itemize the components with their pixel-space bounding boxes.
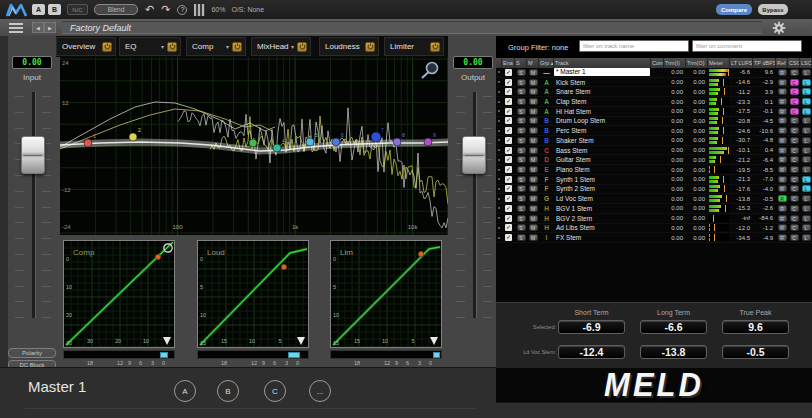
eq-band-6-handle[interactable]: [332, 138, 340, 146]
track-name[interactable]: Kick Stem: [554, 79, 585, 86]
eq-band-7-handle[interactable]: [371, 132, 381, 142]
table-row[interactable]: ✓SMASnare Stem0.000.00-11.23.9RCL: [496, 87, 812, 97]
ref-button[interactable]: R: [778, 156, 787, 163]
lsc-button[interactable]: L: [802, 234, 811, 241]
ref-button[interactable]: R: [778, 127, 787, 134]
solo-button[interactable]: S: [517, 69, 526, 76]
track-name[interactable]: Perc Stem: [554, 127, 586, 134]
csc-button[interactable]: C: [790, 98, 799, 105]
undo-icon[interactable]: ↶: [145, 4, 154, 15]
solo-button[interactable]: S: [517, 176, 526, 183]
oversampling-label[interactable]: O/S: None: [231, 6, 264, 13]
input-fader-handle[interactable]: [21, 136, 45, 174]
track-name[interactable]: Synth 1 Stem: [554, 176, 595, 183]
lsc-button[interactable]: L: [802, 176, 811, 183]
ref-button[interactable]: R: [778, 215, 787, 222]
lsc-button[interactable]: L: [802, 185, 811, 192]
solo-button[interactable]: S: [517, 147, 526, 154]
help-icon[interactable]: ?: [177, 5, 187, 15]
enable-checkbox[interactable]: ✓: [505, 108, 512, 115]
ref-button[interactable]: R: [778, 166, 787, 173]
solo-button[interactable]: S: [517, 108, 526, 115]
power-icon[interactable]: [167, 42, 177, 52]
snapshot-c-button[interactable]: C: [264, 380, 286, 402]
enable-checkbox[interactable]: ✓: [505, 234, 512, 241]
solo-button[interactable]: S: [517, 117, 526, 124]
mute-button[interactable]: M: [529, 147, 538, 154]
mute-button[interactable]: M: [529, 224, 538, 231]
csc-button[interactable]: C: [790, 205, 799, 212]
power-icon[interactable]: [297, 42, 307, 52]
ref-button[interactable]: R: [778, 176, 787, 183]
mute-button[interactable]: M: [529, 195, 538, 202]
group-filter-label[interactable]: Group Filter: none: [508, 43, 568, 52]
enable-checkbox[interactable]: ✓: [505, 127, 512, 134]
chevron-down-icon[interactable]: ▾: [161, 43, 164, 50]
track-name[interactable]: Hi Hat Stem: [554, 108, 591, 115]
prev-preset-button[interactable]: ◀: [32, 22, 44, 33]
solo-button[interactable]: S: [517, 137, 526, 144]
table-row[interactable]: ✓SM—* Master 10.000.00-6.69.6RCL: [496, 68, 812, 78]
mute-button[interactable]: M: [529, 127, 538, 134]
enable-checkbox[interactable]: ✓: [505, 98, 512, 105]
ref-button[interactable]: R: [778, 98, 787, 105]
enable-checkbox[interactable]: ✓: [505, 166, 512, 173]
ref-button[interactable]: R: [778, 185, 787, 192]
output-fader-track[interactable]: [473, 92, 476, 318]
mini-meter-handle[interactable]: [433, 352, 440, 358]
mute-button[interactable]: M: [529, 234, 538, 241]
input-fader-track[interactable]: [32, 92, 35, 318]
eq-band-1-handle[interactable]: [84, 139, 92, 147]
lsc-button[interactable]: L: [802, 117, 811, 124]
enable-checkbox[interactable]: ✓: [505, 195, 512, 202]
track-name[interactable]: Snare Stem: [554, 88, 590, 95]
lsc-button[interactable]: L: [802, 108, 811, 115]
solo-button[interactable]: S: [517, 98, 526, 105]
mini-meter-handle[interactable]: [288, 352, 300, 358]
csc-button[interactable]: C: [790, 147, 799, 154]
enable-checkbox[interactable]: ✓: [505, 185, 512, 192]
solo-button[interactable]: S: [517, 224, 526, 231]
tab-overview[interactable]: Overview: [56, 37, 116, 56]
mute-button[interactable]: M: [529, 137, 538, 144]
track-name[interactable]: Ad Libs Stem: [554, 224, 595, 231]
table-row[interactable]: ✓SMBShaker Stem0.000.00-30.7-4.8RCL: [496, 136, 812, 146]
mute-button[interactable]: M: [529, 166, 538, 173]
ref-button[interactable]: R: [778, 205, 787, 212]
mute-button[interactable]: M: [529, 205, 538, 212]
enable-checkbox[interactable]: ✓: [505, 205, 512, 212]
csc-button[interactable]: C: [790, 88, 799, 95]
mute-button[interactable]: M: [529, 69, 538, 76]
mute-button[interactable]: M: [529, 185, 538, 192]
csc-button[interactable]: C: [790, 176, 799, 183]
enable-checkbox[interactable]: ✓: [505, 156, 512, 163]
eq-band-9-handle[interactable]: [424, 138, 432, 146]
track-name[interactable]: Guitar Stem: [554, 156, 591, 163]
lsc-button[interactable]: L: [802, 205, 811, 212]
lsc-button[interactable]: L: [802, 156, 811, 163]
ref-button[interactable]: R: [778, 234, 787, 241]
lsc-button[interactable]: L: [802, 69, 811, 76]
csc-button[interactable]: C: [790, 215, 799, 222]
solo-button[interactable]: S: [517, 166, 526, 173]
table-row[interactable]: ✓SMIFX Stem0.000.00-34.5-4.9RCL: [496, 233, 812, 243]
eq-band-5-handle[interactable]: [306, 138, 314, 146]
table-row[interactable]: ✓SMBDrum Loop Stem0.000.00-20.8-4.5RCL: [496, 117, 812, 127]
eq-frequency-graph[interactable]: 24120-12-241001k10k123456789: [60, 57, 448, 235]
enable-checkbox[interactable]: ✓: [505, 69, 512, 76]
enable-checkbox[interactable]: ✓: [505, 215, 512, 222]
csc-button[interactable]: C: [790, 166, 799, 173]
table-row[interactable]: ✓SMEPiano Stem0.000.00-19.5-8.5RCL: [496, 165, 812, 175]
comp-transfer-graph[interactable]: Comp0102030302010: [63, 240, 175, 348]
lsc-button[interactable]: L: [802, 79, 811, 86]
chevron-down-icon[interactable]: ▾: [291, 43, 294, 50]
table-row[interactable]: ✓SMFSynth 2 Stem0.000.00-17.6-4.0RCL: [496, 185, 812, 195]
tab-loudness[interactable]: Loudness: [319, 37, 379, 56]
track-name[interactable]: BGV 1 Stem: [554, 205, 592, 212]
csc-button[interactable]: C: [790, 137, 799, 144]
tab-comp[interactable]: Comp▾: [186, 37, 246, 56]
redo-icon[interactable]: ↷: [161, 4, 170, 15]
blend-button[interactable]: Blend: [94, 4, 138, 15]
enable-checkbox[interactable]: ✓: [505, 176, 512, 183]
csc-button[interactable]: C: [790, 195, 799, 202]
